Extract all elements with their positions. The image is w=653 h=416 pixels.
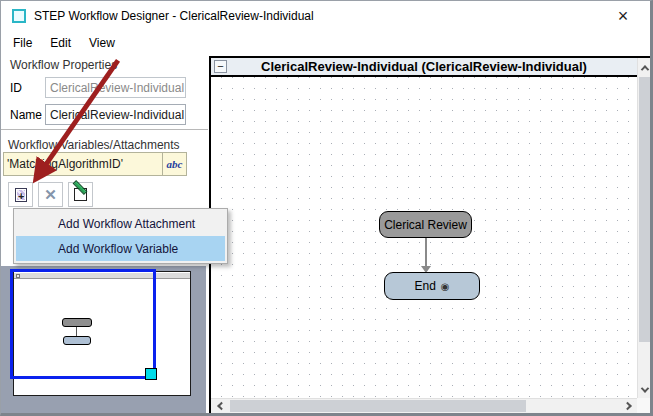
app-window: STEP Workflow Designer - ClericalReview-… (0, 0, 653, 416)
id-label: ID (10, 81, 22, 95)
scroll-left-button[interactable] (211, 399, 228, 413)
horizontal-scrollbar-track[interactable] (228, 399, 620, 413)
add-variable-button[interactable]: + (8, 182, 33, 207)
variables-toolbar: + ✕ (8, 182, 93, 207)
menu-item-add-workflow-variable[interactable]: Add Workflow Variable (16, 236, 225, 261)
menu-view[interactable]: View (80, 34, 124, 52)
node-label: Clerical Review (384, 218, 467, 232)
scroll-right-button[interactable] (620, 399, 637, 413)
section-divider (1, 129, 208, 130)
green-pencil-icon (74, 188, 87, 201)
workflow-canvas[interactable]: Clerical Review End◉ (211, 77, 637, 398)
scroll-down-button[interactable] (638, 382, 652, 398)
menu-bar: File Edit View (1, 31, 650, 54)
scroll-up-button[interactable] (637, 58, 652, 77)
page-plus-icon: + (15, 188, 27, 202)
context-menu: Add Workflow Attachment Add Workflow Var… (13, 208, 228, 264)
app-icon (12, 9, 26, 23)
name-field[interactable]: ClericalReview-Individual (45, 104, 186, 125)
string-type-badge: abc (162, 153, 186, 175)
chevron-left-icon (217, 402, 225, 410)
delete-x-icon: ✕ (44, 187, 57, 202)
menu-edit[interactable]: Edit (41, 34, 80, 52)
workflow-properties-label: Workflow Properties (10, 58, 117, 72)
workflow-variables-label: Workflow Variables/Attachments (8, 138, 180, 152)
edit-variable-button[interactable] (68, 182, 93, 207)
horizontal-scrollbar-thumb[interactable] (230, 400, 526, 412)
transition-line (425, 238, 427, 267)
chevron-down-icon (641, 384, 649, 392)
name-field-value: ClericalReview-Individual (50, 108, 184, 122)
chevron-right-icon (623, 402, 631, 410)
text-caret (185, 108, 186, 121)
canvas-title: ClericalReview-Individual (ClericalRevie… (211, 59, 637, 74)
delete-variable-button[interactable]: ✕ (38, 182, 63, 207)
overview-thumbnail (1, 266, 206, 413)
menu-item-add-workflow-attachment[interactable]: Add Workflow Attachment (16, 211, 225, 236)
id-field: ClericalReview-Individual (45, 77, 186, 98)
canvas-header: − ClericalReview-Individual (ClericalRev… (211, 58, 637, 77)
window-title: STEP Workflow Designer - ClericalReview-… (34, 9, 314, 23)
close-button[interactable]: × (608, 3, 638, 29)
node-clerical-review[interactable]: Clerical Review (379, 211, 472, 238)
title-bar: STEP Workflow Designer - ClericalReview-… (1, 1, 650, 31)
name-label: Name (10, 108, 42, 122)
node-label: End (414, 279, 435, 293)
chevron-up-icon (641, 65, 649, 73)
workflow-canvas-panel: − ClericalReview-Individual (ClericalRev… (209, 56, 652, 413)
menu-file[interactable]: File (4, 34, 41, 52)
variable-row[interactable]: 'MatchingAlgorithmID' abc (3, 152, 187, 176)
collapse-icon[interactable]: − (214, 60, 227, 73)
variable-name: 'MatchingAlgorithmID' (4, 157, 162, 171)
vertical-scrollbar[interactable] (637, 77, 652, 398)
viewport-resize-handle[interactable] (145, 368, 157, 380)
node-end[interactable]: End◉ (384, 272, 480, 300)
end-state-icon: ◉ (441, 281, 450, 292)
scrollbar-corner (637, 398, 652, 413)
horizontal-scrollbar[interactable] (211, 398, 637, 413)
vertical-scrollbar-thumb[interactable] (639, 77, 651, 342)
viewport-rectangle[interactable] (10, 269, 156, 379)
